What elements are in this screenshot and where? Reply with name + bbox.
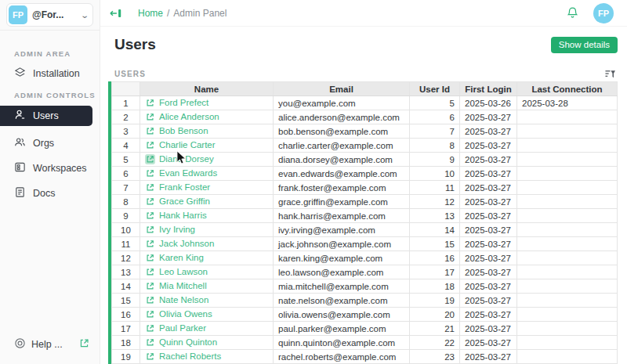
sidebar-item-docs[interactable]: Docs <box>0 184 100 203</box>
user-email: charlie.carter@example.com <box>274 139 410 153</box>
table-row: 6 Evan Edwards evan.edwards@example.com … <box>112 167 618 181</box>
table-row: 18 Quinn Quinton quinn.quinton@example.c… <box>112 336 618 350</box>
row-number: 14 <box>112 279 140 294</box>
first-login: 2025-03-27 <box>460 237 517 251</box>
layers-icon <box>14 67 26 81</box>
sidebar-item-label: Orgs <box>33 138 54 149</box>
first-login: 2025-03-27 <box>460 350 517 364</box>
row-number: 2 <box>112 110 140 124</box>
column-header-index <box>112 82 140 96</box>
section-label-admin-area: ADMIN AREA <box>0 49 100 58</box>
sidebar-item-workspaces[interactable]: Workspaces <box>0 159 100 178</box>
user-name-link[interactable]: Frank Foster <box>145 182 210 193</box>
user-name-link[interactable]: Mia Mitchell <box>145 281 207 291</box>
user-id: 10 <box>410 167 460 181</box>
notifications-bell-icon[interactable] <box>563 3 582 23</box>
user-id: 7 <box>410 124 460 139</box>
user-icon <box>14 109 26 123</box>
user-id: 21 <box>410 322 460 336</box>
column-header-last-connection[interactable]: Last Connection <box>517 82 618 96</box>
user-name-label: Frank Foster <box>159 182 210 192</box>
user-name-link[interactable]: Rachel Roberts <box>145 351 221 362</box>
sidebar-nav: ADMIN AREA Installation ADMIN CONTROLS U… <box>0 31 100 337</box>
user-id: 9 <box>410 153 460 167</box>
last-connection <box>517 251 618 265</box>
panel-label: USERS <box>114 70 146 78</box>
table-row: 16 Olivia Owens olivia.owens@example.com… <box>112 308 618 322</box>
column-header-first-login[interactable]: First Login <box>460 82 517 96</box>
user-name-label: Ford Prefect <box>159 98 208 107</box>
column-header-email[interactable]: Email <box>274 82 410 96</box>
user-name-link[interactable]: Charlie Carter <box>145 140 216 150</box>
user-name-link[interactable]: Quinn Quinton <box>145 337 217 348</box>
page-title: Users <box>114 36 156 53</box>
user-name-link[interactable]: Hank Harris <box>145 211 207 221</box>
user-id: 23 <box>410 350 460 364</box>
user-name-label: Paul Parker <box>159 323 206 333</box>
user-name-link[interactable]: Karen King <box>145 253 204 263</box>
table-row: 8 Grace Griffin grace.griffin@example.co… <box>112 195 618 209</box>
row-number: 18 <box>112 336 140 350</box>
user-name-link[interactable]: Olivia Owens <box>145 309 212 319</box>
user-email: paul.parker@example.com <box>274 322 410 336</box>
breadcrumb-home-link[interactable]: Home <box>138 8 163 19</box>
table-row: 7 Frank Foster frank.foster@example.com … <box>112 181 618 195</box>
row-number: 4 <box>112 139 140 153</box>
main-area: Home / Admin Panel FP Users Show details… <box>100 0 627 364</box>
user-name-link[interactable]: Leo Lawson <box>145 267 208 277</box>
user-name-label: Nate Nelson <box>159 295 208 305</box>
user-avatar[interactable]: FP <box>593 3 614 23</box>
user-name-link[interactable]: Grace Griffin <box>145 196 210 207</box>
help-icon <box>14 337 26 351</box>
breadcrumb-current: Admin Panel <box>173 8 227 19</box>
external-link-icon <box>145 225 155 235</box>
external-link-icon <box>145 112 155 122</box>
user-name-link[interactable]: Paul Parker <box>145 323 206 333</box>
column-header-name[interactable]: Name <box>140 82 274 96</box>
user-id: 15 <box>410 237 460 251</box>
first-login: 2025-03-27 <box>460 279 517 294</box>
collapse-sidebar-icon[interactable] <box>105 5 127 22</box>
user-name-link[interactable]: Ford Prefect <box>145 98 208 108</box>
sidebar-item-orgs[interactable]: Orgs <box>0 134 100 153</box>
user-name-link[interactable]: Jack Johnson <box>145 239 214 249</box>
user-name-link[interactable]: Ivy Irving <box>145 225 195 235</box>
sidebar-item-installation[interactable]: Installation <box>0 64 100 83</box>
first-login: 2025-03-27 <box>460 308 517 322</box>
user-name-label: Ivy Irving <box>159 225 195 234</box>
external-link-icon <box>145 295 155 305</box>
workspace-switcher[interactable]: FP @For... ⌄ <box>6 3 93 27</box>
user-name-link[interactable]: Diana Dorsey <box>145 154 214 164</box>
user-name-link[interactable]: Evan Edwards <box>145 168 217 178</box>
filter-icon[interactable] <box>603 68 618 80</box>
table-body: 1 Ford Prefect you@example.com 5 2025-03… <box>112 96 618 364</box>
user-name-label: Karen King <box>159 253 204 262</box>
user-name-link[interactable]: Nate Nelson <box>145 295 208 305</box>
external-link-icon <box>145 126 155 136</box>
user-name-label: Rachel Roberts <box>159 351 221 361</box>
table-header-row: Name Email User Id First Login Last Conn… <box>112 82 618 96</box>
user-email: frank.foster@example.com <box>274 181 410 195</box>
row-number: 7 <box>112 181 140 195</box>
row-number: 8 <box>112 195 140 209</box>
user-email: karen.king@example.com <box>274 251 410 265</box>
help-label: Help ... <box>31 339 63 350</box>
user-email: ivy.irving@example.com <box>274 223 410 237</box>
sidebar-item-label: Users <box>33 110 59 121</box>
last-connection <box>517 195 618 209</box>
last-connection <box>517 279 618 294</box>
user-name-link[interactable]: Alice Anderson <box>145 112 219 122</box>
column-header-user-id[interactable]: User Id <box>410 82 460 96</box>
row-number: 13 <box>112 265 140 279</box>
sidebar-item-label: Docs <box>33 188 55 199</box>
user-id: 14 <box>410 223 460 237</box>
table-row: 11 Jack Johnson jack.johnson@example.com… <box>112 237 618 251</box>
external-link-icon <box>145 253 155 263</box>
show-details-button[interactable]: Show details <box>551 37 618 53</box>
help-button[interactable]: Help ... <box>0 337 100 364</box>
sidebar-item-users[interactable]: Users <box>0 106 92 126</box>
last-connection <box>517 209 618 223</box>
user-name-label: Diana Dorsey <box>159 154 214 164</box>
user-name-link[interactable]: Bob Benson <box>145 126 208 136</box>
last-connection <box>517 350 618 364</box>
